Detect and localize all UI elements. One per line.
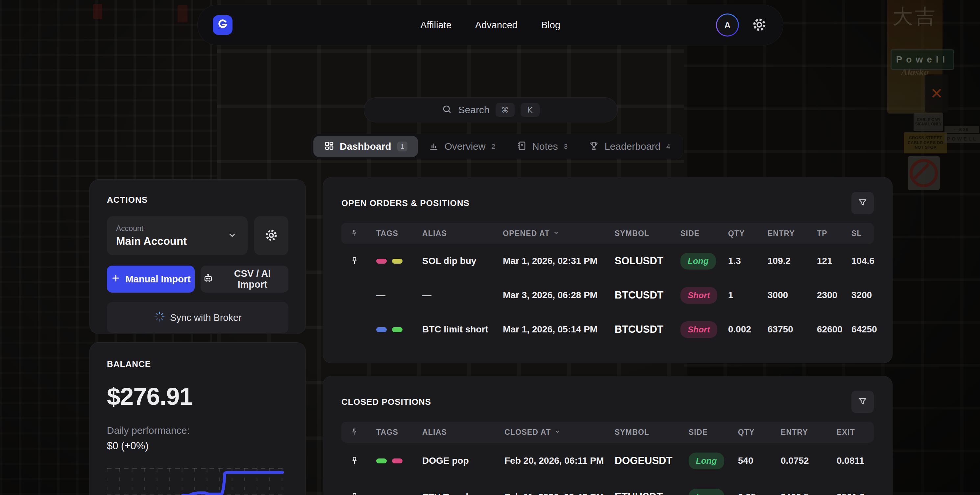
side-badge: Long	[689, 452, 724, 469]
table-row[interactable]: DOGE pop Feb 20, 2026, 06:11 PM DOGEUSDT…	[341, 443, 874, 479]
actions-heading: ACTIONS	[107, 195, 288, 205]
row-sl: 104.6	[851, 256, 875, 266]
pin-icon[interactable]	[350, 456, 376, 465]
nav-link-advanced[interactable]: Advanced	[475, 20, 518, 30]
col-closed-at-label: CLOSED AT	[504, 428, 551, 437]
navbar: Affiliate Advanced Blog A	[197, 5, 783, 45]
robot-icon	[202, 273, 214, 286]
avatar-inner: A	[717, 14, 738, 35]
col-tp: TP	[817, 229, 851, 238]
dashboard-grid-icon	[324, 141, 334, 152]
closed-positions-title: CLOSED POSITIONS	[341, 397, 431, 407]
tab-dashboard[interactable]: Dashboard 1	[313, 136, 418, 157]
row-sl: 3200	[851, 290, 872, 300]
row-tags-empty: —	[376, 290, 422, 300]
row-tp: 2300	[817, 290, 851, 300]
table-row[interactable]: SOL dip buy Mar 1, 2026, 02:31 PM SOLUSD…	[341, 244, 874, 278]
col-entry: ENTRY	[768, 229, 817, 238]
tab-dashboard-label: Dashboard	[340, 141, 391, 152]
kbd-k: K	[520, 103, 540, 117]
row-tp: 62600	[817, 324, 851, 335]
tab-overview[interactable]: Overview 2	[418, 136, 506, 157]
settings-gear-button[interactable]	[751, 16, 768, 34]
notebook-icon	[516, 141, 527, 152]
plus-icon	[111, 273, 121, 285]
gear-icon	[264, 228, 279, 244]
import-buttons-row: Manual Import CSV / AI Import	[107, 266, 288, 292]
closed-positions-card: CLOSED POSITIONS TAGS ALIAS CLOSED AT SY…	[323, 376, 892, 495]
row-symbol: DOGEUSDT	[615, 455, 689, 467]
account-settings-button[interactable]	[254, 216, 288, 255]
col-tags: TAGS	[376, 229, 422, 238]
col-opened-at-sort[interactable]: OPENED AT	[503, 229, 615, 238]
row-qty: 0.05	[738, 492, 781, 495]
col-entry: ENTRY	[781, 428, 837, 437]
sync-with-broker-button[interactable]: Sync with Broker	[107, 302, 288, 334]
nav-links: Affiliate Advanced Blog	[198, 5, 783, 45]
tag-pill	[392, 458, 402, 463]
sync-with-broker-label: Sync with Broker	[170, 312, 242, 323]
col-alias: ALIAS	[422, 229, 503, 238]
table-row[interactable]: BTC limit short Mar 1, 2026, 05:14 PM BT…	[341, 312, 874, 346]
row-alias: BTC limit short	[422, 324, 503, 335]
avatar[interactable]: A	[716, 13, 739, 37]
tab-leaderboard[interactable]: Leaderboard 4	[578, 136, 681, 157]
side-badge: Short	[681, 287, 717, 304]
tab-notes-shortcut: 3	[564, 142, 568, 150]
tab-notes[interactable]: Notes 3	[506, 136, 578, 157]
nav-link-blog[interactable]: Blog	[541, 20, 560, 30]
tag-pill	[392, 327, 402, 332]
manual-import-label: Manual Import	[125, 274, 191, 285]
balance-card: BALANCE $276.91 Daily performance: $0 (+…	[89, 342, 306, 495]
col-symbol: SYMBOL	[615, 428, 689, 437]
gear-icon	[751, 16, 768, 34]
main-tabs: Dashboard 1 Overview 2 Notes 3	[311, 134, 683, 159]
open-orders-table-header: TAGS ALIAS OPENED AT SYMBOL SIDE QTY ENT…	[341, 223, 874, 244]
table-row[interactable]: ETH Trend Feb 11, 2026, 09:43 PM ETHUSDT…	[341, 479, 874, 495]
pin-column-header	[350, 428, 376, 436]
chevron-down-icon	[227, 229, 238, 242]
open-orders-card: OPEN ORDERS & POSITIONS TAGS ALIAS OPENE…	[323, 177, 892, 363]
closed-positions-header: CLOSED POSITIONS	[341, 392, 874, 412]
row-entry: 0.0752	[781, 455, 837, 466]
row-side: Long	[689, 489, 738, 495]
chevron-down-icon	[554, 428, 561, 437]
row-exit: 2501.2	[837, 492, 865, 495]
row-entry: 3000	[768, 290, 817, 300]
account-select-value: Main Account	[116, 235, 239, 248]
row-entry: 2400.5	[781, 492, 837, 495]
balance-heading: BALANCE	[107, 359, 288, 369]
row-qty: 1	[728, 290, 768, 300]
account-row: Account Main Account	[107, 216, 288, 255]
closed-positions-filter-button[interactable]	[851, 391, 874, 413]
table-row[interactable]: — — Mar 3, 2026, 06:28 PM BTCUSDT Short …	[341, 278, 874, 312]
row-alias: DOGE pop	[422, 455, 504, 466]
trophy-icon	[589, 141, 599, 152]
row-side: Short	[681, 321, 728, 338]
col-qty: QTY	[728, 229, 768, 238]
csv-ai-import-button[interactable]: CSV / AI Import	[200, 266, 288, 292]
account-select-label: Account	[116, 224, 239, 233]
manual-import-button[interactable]: Manual Import	[107, 266, 195, 292]
row-opened-at: Mar 3, 2026, 06:28 PM	[503, 290, 615, 300]
pin-column-header	[350, 229, 376, 238]
row-opened-at: Mar 1, 2026, 05:14 PM	[503, 324, 615, 335]
nav-link-affiliate[interactable]: Affiliate	[420, 20, 452, 30]
row-tags	[376, 259, 422, 263]
col-side: SIDE	[689, 428, 738, 437]
row-closed-at: Feb 20, 2026, 06:11 PM	[504, 455, 615, 466]
pin-icon[interactable]	[350, 256, 376, 266]
open-orders-filter-button[interactable]	[851, 192, 874, 214]
tab-dashboard-shortcut: 1	[397, 142, 408, 152]
account-select[interactable]: Account Main Account	[107, 216, 248, 255]
search-input[interactable]: Search ⌘ K	[364, 97, 617, 123]
pin-icon[interactable]	[350, 492, 376, 495]
row-alias: —	[422, 290, 503, 300]
tab-overview-label: Overview	[444, 141, 485, 152]
app-root: 大吉 Alaska Powell ✕ CABLE CAR SIGNAL ONLY…	[0, 0, 980, 495]
row-symbol: ETHUSDT	[615, 491, 689, 495]
row-entry: 109.2	[768, 256, 817, 266]
row-sl: 64250	[851, 324, 877, 335]
col-closed-at-sort[interactable]: CLOSED AT	[504, 428, 615, 437]
row-side: Long	[681, 253, 728, 270]
